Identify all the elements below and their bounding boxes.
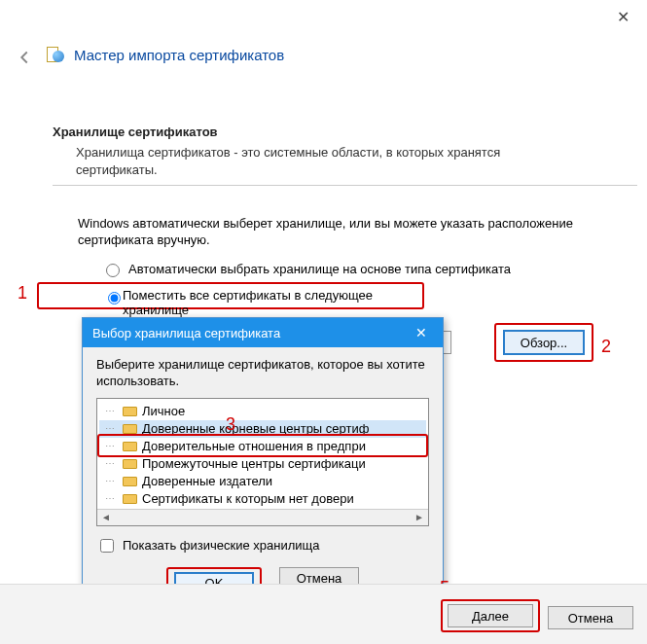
browse-button[interactable]: Обзор... (503, 330, 585, 355)
tree-connector-icon: ⋯ (105, 476, 119, 486)
tree-item[interactable]: ⋯ Доверенные издатели (99, 473, 426, 490)
tree-connector-icon: ⋯ (105, 441, 119, 451)
tree-item-label: Доверенные издатели (142, 474, 272, 488)
tree-connector-icon: ⋯ (105, 423, 119, 434)
folder-icon (123, 422, 138, 435)
section-description: Хранилища сертификатов - это системные о… (76, 144, 533, 178)
back-arrow-icon[interactable] (14, 47, 35, 68)
radio-auto-label: Автоматически выбрать хранилище на основ… (128, 262, 511, 276)
radio-manual-label: Поместить все сертификаты в следующее хр… (123, 288, 422, 317)
next-highlight: Далее (441, 599, 540, 632)
radio-manual[interactable] (108, 292, 121, 304)
wizard-bottom-bar: Далее Отмена (0, 584, 647, 644)
tree-item-label: Доверенные корневые центры сертиф (142, 421, 369, 436)
annotation-2: 2 (601, 337, 611, 357)
radio-auto[interactable] (106, 264, 120, 277)
dialog-titlebar[interactable]: Выбор хранилища сертификата ✕ (83, 318, 443, 347)
folder-icon (123, 457, 138, 470)
browse-highlight: Обзор... (494, 323, 593, 362)
section-title: Хранилище сертификатов (53, 125, 218, 139)
tree-connector-icon: ⋯ (105, 493, 119, 504)
tree-item-label: Доверительные отношения в предпри (142, 439, 366, 453)
tree-item-label: Сертификаты к которым нет довери (142, 491, 354, 506)
folder-icon (123, 475, 138, 487)
radio-auto-row[interactable]: Автоматически выбрать хранилище на основ… (101, 261, 511, 277)
close-icon[interactable]: ✕ (617, 8, 629, 26)
dialog-close-icon[interactable]: ✕ (410, 323, 433, 342)
tree-item-label: Промежуточные центры сертификаци (142, 456, 366, 471)
scroll-left-icon[interactable]: ◄ (97, 512, 115, 522)
folder-icon (123, 405, 138, 417)
certificate-store-tree[interactable]: ⋯ Личное ⋯ Доверенные корневые центры се… (96, 398, 429, 526)
tree-item[interactable]: ⋯ Доверительные отношения в предпри (99, 438, 426, 455)
dialog-description: Выберите хранилище сертификатов, которое… (96, 357, 429, 390)
wizard-window: ✕ Мастер импорта сертификатов Хранилище … (0, 0, 647, 644)
annotation-1: 1 (18, 283, 27, 304)
tree-item-selected[interactable]: ⋯ Доверенные корневые центры сертиф (99, 420, 426, 438)
folder-icon (123, 492, 138, 505)
tree-connector-icon: ⋯ (105, 406, 119, 416)
annotation-3: 3 (226, 414, 235, 435)
horizontal-scrollbar[interactable]: ◄ ► (97, 509, 428, 525)
wizard-cancel-button[interactable]: Отмена (548, 606, 633, 629)
certificate-wizard-icon (43, 45, 66, 68)
scroll-right-icon[interactable]: ► (411, 512, 428, 522)
show-physical-checkbox[interactable] (100, 539, 114, 553)
wizard-title: Мастер импорта сертификатов (74, 47, 284, 63)
tree-connector-icon: ⋯ (105, 458, 119, 469)
tree-item[interactable]: ⋯ Личное (99, 403, 426, 420)
tree-item[interactable]: ⋯ Сертификаты к которым нет довери (99, 490, 426, 508)
tree-item[interactable]: ⋯ Промежуточные центры сертификаци (99, 455, 426, 473)
divider (53, 185, 637, 186)
next-button[interactable]: Далее (448, 604, 533, 627)
radio-manual-highlight: Поместить все сертификаты в следующее хр… (37, 282, 424, 309)
tree-item-label: Личное (142, 404, 185, 418)
dialog-title: Выбор хранилища сертификата (92, 326, 280, 340)
store-choice-description: Windows автоматически выберет хранилище,… (78, 216, 584, 249)
show-physical-row[interactable]: Показать физические хранилища (96, 536, 429, 555)
folder-icon (123, 440, 138, 452)
show-physical-label: Показать физические хранилища (123, 538, 320, 553)
select-store-dialog: Выбор хранилища сертификата ✕ Выберите х… (82, 317, 444, 615)
